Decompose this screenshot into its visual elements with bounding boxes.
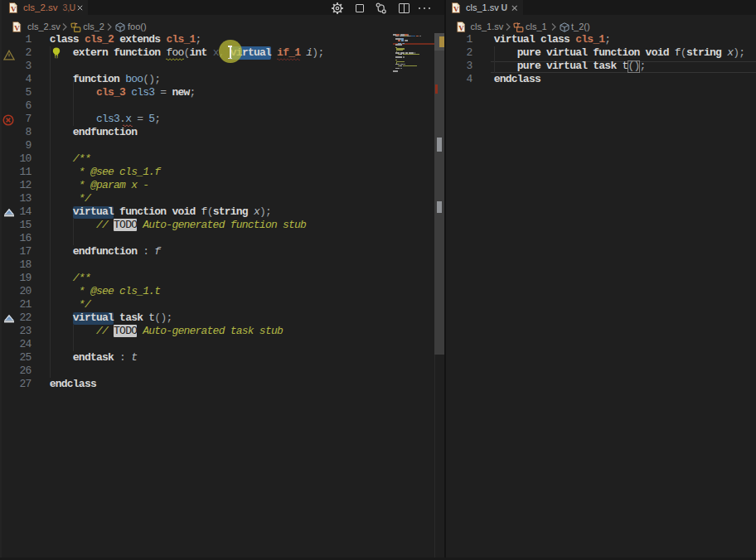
- svg-text:V: V: [11, 4, 17, 12]
- svg-text:V: V: [453, 4, 459, 12]
- svg-text:V: V: [14, 23, 20, 31]
- svg-text:V: V: [458, 23, 464, 31]
